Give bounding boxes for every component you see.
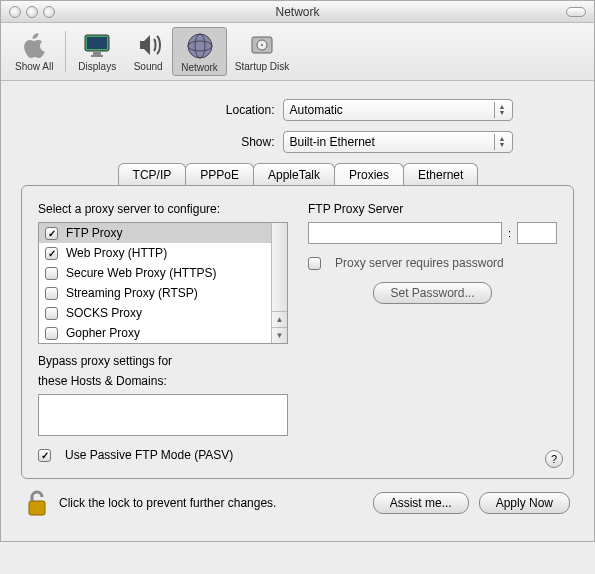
toolbar-show-all[interactable]: Show All: [7, 27, 61, 76]
list-item-label: FTP Proxy: [66, 226, 122, 240]
lock-icon[interactable]: [25, 489, 49, 517]
chevron-updown-icon: ▲▼: [494, 134, 510, 150]
toolbar-label: Network: [181, 62, 218, 73]
tab-appletalk[interactable]: AppleTalk: [253, 163, 335, 186]
requires-password-label: Proxy server requires password: [335, 256, 504, 270]
checkbox[interactable]: [45, 247, 58, 260]
help-button[interactable]: ?: [545, 450, 563, 468]
tab-ethernet[interactable]: Ethernet: [403, 163, 478, 186]
toolbar-displays[interactable]: Displays: [70, 27, 124, 76]
show-label: Show:: [83, 135, 283, 149]
proxy-port-input[interactable]: [517, 222, 557, 244]
pasv-label: Use Passive FTP Mode (PASV): [65, 448, 233, 462]
show-row: Show: Built-in Ethernet ▲▼: [11, 131, 584, 153]
toolbar-startup-disk[interactable]: Startup Disk: [227, 27, 297, 76]
tab-tcpip[interactable]: TCP/IP: [118, 163, 187, 186]
tab-bar: TCP/IP PPPoE AppleTalk Proxies Ethernet: [11, 163, 584, 186]
checkbox[interactable]: [45, 227, 58, 240]
toolbar-label: Show All: [15, 61, 53, 72]
list-item[interactable]: FTP Proxy: [39, 223, 271, 243]
proxy-list: FTP Proxy Web Proxy (HTTP) Secure Web Pr…: [38, 222, 288, 344]
list-item[interactable]: Secure Web Proxy (HTTPS): [39, 263, 271, 283]
footer: Click the lock to prevent further change…: [11, 479, 584, 531]
disk-icon: [246, 29, 278, 61]
bypass-input[interactable]: [38, 394, 288, 436]
checkbox[interactable]: [45, 267, 58, 280]
window-title: Network: [1, 5, 594, 19]
tab-pppoe[interactable]: PPPoE: [185, 163, 254, 186]
svg-point-9: [261, 44, 263, 46]
pasv-checkbox[interactable]: [38, 449, 51, 462]
toolbar-sound[interactable]: Sound: [124, 27, 172, 76]
lock-text: Click the lock to prevent further change…: [59, 496, 363, 510]
scroll-up-icon[interactable]: ▲: [272, 311, 287, 327]
list-item-label: Secure Web Proxy (HTTPS): [66, 266, 216, 280]
scrollbar[interactable]: ▲ ▼: [271, 223, 287, 343]
location-popup[interactable]: Automatic ▲▼: [283, 99, 513, 121]
proxy-list-label: Select a proxy server to configure:: [38, 202, 288, 216]
toolbar-separator: [65, 31, 66, 72]
toolbar: Show All Displays Sound Network Startup: [1, 23, 594, 81]
svg-rect-10: [29, 501, 45, 515]
display-icon: [81, 29, 113, 61]
location-value: Automatic: [290, 103, 343, 117]
host-port-separator: :: [508, 227, 511, 239]
content-area: Location: Automatic ▲▼ Show: Built-in Et…: [1, 81, 594, 541]
chevron-updown-icon: ▲▼: [494, 102, 510, 118]
proxies-panel: Select a proxy server to configure: FTP …: [21, 185, 574, 479]
scroll-down-icon[interactable]: ▼: [272, 327, 287, 343]
checkbox[interactable]: [45, 327, 58, 340]
bypass-label-1: Bypass proxy settings for: [38, 354, 288, 368]
list-item[interactable]: Gopher Proxy: [39, 323, 271, 343]
requires-password-checkbox[interactable]: [308, 257, 321, 270]
tab-proxies[interactable]: Proxies: [334, 163, 404, 186]
show-value: Built-in Ethernet: [290, 135, 375, 149]
list-item-label: SOCKS Proxy: [66, 306, 142, 320]
show-popup[interactable]: Built-in Ethernet ▲▼: [283, 131, 513, 153]
checkbox[interactable]: [45, 287, 58, 300]
toolbar-label: Startup Disk: [235, 61, 289, 72]
svg-rect-1: [87, 37, 107, 49]
list-item[interactable]: Streaming Proxy (RTSP): [39, 283, 271, 303]
toolbar-label: Displays: [78, 61, 116, 72]
list-item[interactable]: SOCKS Proxy: [39, 303, 271, 323]
apple-icon: [18, 29, 50, 61]
list-item-label: Streaming Proxy (RTSP): [66, 286, 198, 300]
toolbar-label: Sound: [134, 61, 163, 72]
titlebar: Network: [1, 1, 594, 23]
location-label: Location:: [83, 103, 283, 117]
svg-point-4: [188, 34, 212, 58]
list-item[interactable]: Web Proxy (HTTP): [39, 243, 271, 263]
location-row: Location: Automatic ▲▼: [11, 99, 584, 121]
network-window: Network Show All Displays Sound: [0, 0, 595, 542]
checkbox[interactable]: [45, 307, 58, 320]
list-item-label: Gopher Proxy: [66, 326, 140, 340]
bypass-label-2: these Hosts & Domains:: [38, 374, 288, 388]
proxy-server-label: FTP Proxy Server: [308, 202, 557, 216]
set-password-button[interactable]: Set Password...: [373, 282, 491, 304]
svg-rect-3: [91, 55, 103, 57]
toolbar-network[interactable]: Network: [172, 27, 227, 76]
globe-icon: [184, 30, 216, 62]
speaker-icon: [132, 29, 164, 61]
toolbar-toggle-button[interactable]: [566, 7, 586, 17]
list-item-label: Web Proxy (HTTP): [66, 246, 167, 260]
apply-now-button[interactable]: Apply Now: [479, 492, 570, 514]
assist-me-button[interactable]: Assist me...: [373, 492, 469, 514]
proxy-host-input[interactable]: [308, 222, 502, 244]
svg-rect-2: [93, 52, 101, 55]
